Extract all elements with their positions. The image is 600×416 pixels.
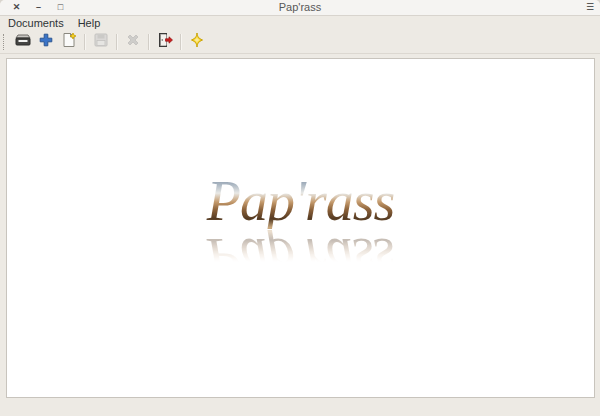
window-menu-icon[interactable]: ☰ [586, 0, 594, 15]
logo-text: Pap'rass [7, 173, 594, 229]
app-logo: Pap'rass Pap'rass [7, 173, 594, 286]
toolbar-separator [116, 34, 118, 50]
sparkle-star-icon [189, 32, 205, 52]
document-page: Pap'rass Pap'rass [6, 58, 595, 398]
quit-button[interactable] [155, 32, 175, 52]
delete-x-icon [125, 32, 141, 52]
toolbar-separator [148, 34, 150, 50]
titlebar: ✕ – □ Pap'rass ☰ [0, 0, 600, 16]
close-icon[interactable]: ✕ [12, 3, 21, 12]
add-button[interactable] [36, 32, 56, 52]
floppy-save-icon [93, 32, 109, 52]
menu-documents[interactable]: Documents [8, 16, 64, 30]
scanner-icon [15, 32, 31, 52]
maximize-icon[interactable]: □ [56, 3, 65, 12]
acquire-scan-button[interactable] [13, 32, 33, 52]
minimize-icon[interactable]: – [34, 3, 43, 12]
about-button[interactable] [187, 32, 207, 52]
menubar: Documents Help [0, 16, 600, 30]
toolbar [0, 30, 600, 54]
toolbar-separator [180, 34, 182, 50]
delete-button [123, 32, 143, 52]
new-document-icon [61, 32, 77, 52]
exit-door-icon [157, 32, 173, 52]
content-frame: Pap'rass Pap'rass [0, 54, 600, 416]
toolbar-separator [84, 34, 86, 50]
window-title: Pap'rass [279, 0, 321, 15]
window-controls: ✕ – □ [12, 0, 65, 15]
logo-reflection: Pap'rass [7, 230, 594, 286]
new-document-button[interactable] [59, 32, 79, 52]
save-button [91, 32, 111, 52]
menu-help[interactable]: Help [78, 16, 101, 30]
app-window: ✕ – □ Pap'rass ☰ Documents Help [0, 0, 600, 416]
plus-icon [38, 32, 54, 52]
toolbar-drag-handle[interactable] [3, 34, 7, 50]
